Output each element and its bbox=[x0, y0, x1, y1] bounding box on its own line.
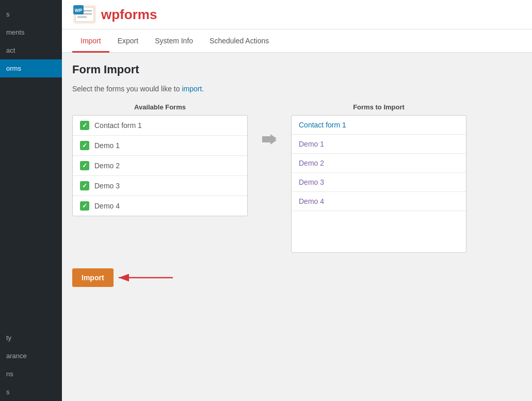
available-form-name-3: Demo 3 bbox=[94, 182, 120, 190]
sidebar-item-s[interactable]: s bbox=[0, 5, 62, 23]
available-form-item-0[interactable]: Contact form 1 bbox=[73, 116, 247, 136]
import-form-item-3[interactable]: Demo 3 bbox=[292, 173, 466, 192]
tab-navigation: Import Export System Info Scheduled Acti… bbox=[62, 29, 532, 53]
sidebar-item-arance[interactable]: arance bbox=[0, 347, 62, 365]
import-form-item-4[interactable]: Demo 4 bbox=[292, 192, 466, 211]
sidebar-item-forms[interactable]: orms bbox=[0, 59, 62, 77]
import-button[interactable]: Import bbox=[72, 268, 114, 287]
tab-import[interactable]: Import bbox=[72, 29, 109, 53]
available-form-item-1[interactable]: Demo 1 bbox=[73, 136, 247, 156]
header: WP wpforms bbox=[62, 0, 532, 29]
available-forms-label: Available Forms bbox=[72, 103, 248, 111]
svg-text:WP: WP bbox=[75, 8, 83, 13]
tab-system-info[interactable]: System Info bbox=[147, 29, 201, 53]
logo-text: wpforms bbox=[101, 7, 157, 23]
import-form-item-0[interactable]: Contact form 1 bbox=[292, 116, 466, 135]
checkbox-checked-3[interactable] bbox=[80, 181, 89, 190]
import-area: Available Forms Contact form 1 Demo 1 De… bbox=[72, 103, 522, 253]
sidebar-item-s2[interactable]: s bbox=[0, 383, 62, 401]
available-form-item-2[interactable]: Demo 2 bbox=[73, 156, 247, 176]
sidebar-item-act[interactable]: act bbox=[0, 41, 62, 59]
available-form-name-2: Demo 2 bbox=[94, 162, 120, 170]
page-description: Select the forms you would like to impor… bbox=[72, 85, 522, 93]
sidebar-item-ments[interactable]: ments bbox=[0, 23, 62, 41]
tab-scheduled-actions[interactable]: Scheduled Actions bbox=[201, 29, 277, 53]
button-area: Import bbox=[72, 268, 522, 287]
available-forms-box: Contact form 1 Demo 1 Demo 2 Demo 3 bbox=[72, 115, 248, 216]
checkbox-checked-0[interactable] bbox=[80, 121, 89, 130]
available-form-name-0: Contact form 1 bbox=[94, 121, 142, 130]
available-form-name-1: Demo 1 bbox=[94, 141, 120, 150]
sidebar-item-ns[interactable]: ns bbox=[0, 365, 62, 383]
import-button-annotation: Import bbox=[72, 268, 114, 287]
wpforms-logo-icon: WP bbox=[72, 4, 97, 25]
available-form-item-4[interactable]: Demo 4 bbox=[73, 196, 247, 216]
transfer-icon bbox=[258, 134, 281, 145]
available-form-name-4: Demo 4 bbox=[94, 202, 120, 210]
description-link: import. bbox=[182, 85, 204, 93]
import-panel-spacer bbox=[292, 211, 466, 252]
page-title: Form Import bbox=[72, 63, 522, 76]
page-content: Form Import Select the forms you would l… bbox=[62, 53, 532, 401]
double-arrow-icon bbox=[262, 134, 277, 145]
available-forms-panel: Available Forms Contact form 1 Demo 1 De… bbox=[72, 103, 248, 216]
tab-export[interactable]: Export bbox=[109, 29, 147, 53]
forms-to-import-label: Forms to Import bbox=[291, 103, 466, 111]
sidebar-item-ty[interactable]: ty bbox=[0, 318, 62, 347]
checkbox-checked-4[interactable] bbox=[80, 201, 89, 211]
available-form-item-3[interactable]: Demo 3 bbox=[73, 176, 247, 196]
forms-to-import-box: Contact form 1 Demo 1 Demo 2 Demo 3 Demo… bbox=[291, 115, 466, 253]
import-form-item-1[interactable]: Demo 1 bbox=[292, 135, 466, 154]
import-form-item-2[interactable]: Demo 2 bbox=[292, 154, 466, 173]
red-arrow-annotation-icon bbox=[114, 271, 175, 284]
checkbox-checked-2[interactable] bbox=[80, 161, 89, 170]
main-content: WP wpforms Import Export System Info Sch… bbox=[62, 0, 532, 401]
forms-to-import-panel: Forms to Import Contact form 1 Demo 1 De… bbox=[291, 103, 466, 253]
logo-area: WP wpforms bbox=[72, 4, 157, 25]
sidebar: s ments act orms ty arance ns s bbox=[0, 0, 62, 401]
checkbox-checked-1[interactable] bbox=[80, 141, 89, 150]
